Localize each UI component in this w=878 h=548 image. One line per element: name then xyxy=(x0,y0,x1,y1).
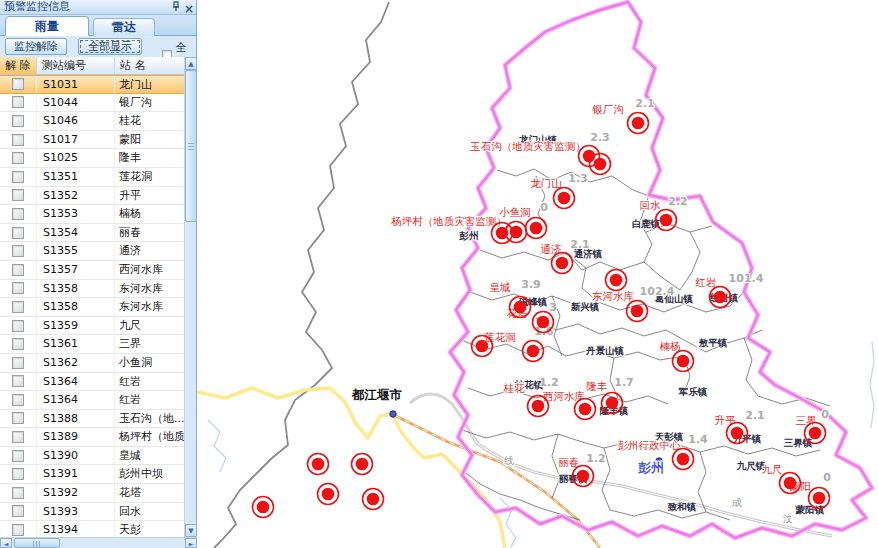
vertical-scrollbar-thumb[interactable] xyxy=(185,70,197,222)
table-row[interactable]: S1390皇城 xyxy=(0,447,185,466)
header-release[interactable]: 解 除 xyxy=(0,57,37,74)
release-checkbox[interactable] xyxy=(12,152,24,164)
close-icon[interactable]: × xyxy=(184,3,194,15)
release-checkbox[interactable] xyxy=(12,96,24,108)
release-checkbox[interactable] xyxy=(12,394,24,406)
table-row[interactable]: S1044银厂沟 xyxy=(0,94,185,113)
header-station-id[interactable]: 测站编号 xyxy=(37,57,115,74)
station-marker[interactable] xyxy=(606,270,627,291)
release-checkbox[interactable] xyxy=(12,115,24,127)
scroll-left-icon[interactable]: ◄ xyxy=(0,538,12,548)
table-row[interactable]: S1359九尺 xyxy=(0,317,185,336)
release-checkbox[interactable] xyxy=(12,264,24,276)
release-checkbox[interactable] xyxy=(12,301,24,313)
release-checkbox[interactable] xyxy=(12,171,24,183)
station-name-cell: 银厂沟 xyxy=(115,94,185,112)
release-checkbox[interactable] xyxy=(12,245,24,257)
station-id-cell: S1044 xyxy=(37,94,115,112)
station-name-cell: 九尺 xyxy=(115,317,185,335)
station-marker[interactable] xyxy=(363,489,384,510)
station-label: 隆丰 xyxy=(587,380,608,392)
station-marker[interactable] xyxy=(526,218,547,239)
release-checkbox[interactable] xyxy=(12,468,24,480)
station-marker[interactable] xyxy=(673,351,694,372)
station-name-cell: 丽春 xyxy=(115,224,185,242)
table-row[interactable]: S1364红岩 xyxy=(0,373,185,392)
station-marker[interactable] xyxy=(523,341,544,362)
station-marker[interactable] xyxy=(308,454,329,475)
table-row[interactable]: S1364红岩 xyxy=(0,391,185,410)
station-marker[interactable] xyxy=(352,454,373,475)
release-checkbox[interactable] xyxy=(12,375,24,387)
release-checkbox[interactable] xyxy=(12,282,24,294)
vertical-scrollbar[interactable]: ▲ ▼ xyxy=(184,57,196,537)
release-checkbox[interactable] xyxy=(12,505,24,517)
table-row[interactable]: S1353楠杨 xyxy=(0,205,185,224)
release-checkbox[interactable] xyxy=(12,524,24,536)
table-row[interactable]: S1393回水 xyxy=(0,503,185,522)
station-id-cell: S1362 xyxy=(37,354,115,372)
table-row[interactable]: S1025隆丰 xyxy=(0,149,185,168)
station-id-cell: S1390 xyxy=(37,447,115,465)
station-id-cell: S1025 xyxy=(37,149,115,167)
station-name-cell: 东河水库 xyxy=(115,298,185,316)
station-marker[interactable] xyxy=(506,222,527,243)
table-row[interactable]: S1357西河水库 xyxy=(0,261,185,280)
table-row[interactable]: S1355通济 xyxy=(0,242,185,261)
station-value: 2.2 xyxy=(668,195,688,208)
tab-rainfall[interactable]: 雨量 xyxy=(5,16,89,36)
release-checkbox[interactable] xyxy=(12,431,24,443)
table-row[interactable]: S1017蒙阳 xyxy=(0,131,185,150)
station-marker[interactable] xyxy=(554,188,575,209)
release-checkbox[interactable] xyxy=(12,227,24,239)
release-checkbox[interactable] xyxy=(12,320,24,332)
tab-strip: 雨量 雷达 xyxy=(0,15,196,36)
release-checkbox[interactable] xyxy=(12,412,24,424)
header-station-name[interactable]: 站 名 xyxy=(115,57,185,74)
station-marker[interactable] xyxy=(627,301,648,322)
table-row[interactable]: S1389杨坪村（地质... xyxy=(0,428,185,447)
station-marker[interactable] xyxy=(575,399,596,420)
station-marker[interactable] xyxy=(253,497,274,518)
table-row[interactable]: S1358东河水库 xyxy=(0,280,185,299)
station-marker[interactable] xyxy=(318,484,339,505)
monitor-release-button[interactable]: 监控解除 xyxy=(5,38,67,55)
table-row[interactable]: S1352升平 xyxy=(0,187,185,206)
release-checkbox[interactable] xyxy=(12,487,24,499)
release-checkbox[interactable] xyxy=(12,338,24,350)
horizontal-scrollbar-thumb[interactable] xyxy=(14,538,60,548)
horizontal-scrollbar[interactable]: ◄ ► xyxy=(0,537,197,548)
table-row[interactable]: S1351莲花洞 xyxy=(0,168,185,187)
station-name-cell: 彭州中坝 xyxy=(115,465,185,483)
station-marker[interactable] xyxy=(552,253,573,274)
table-row[interactable]: S1354丽春 xyxy=(0,224,185,243)
scroll-right-icon[interactable]: ► xyxy=(185,538,197,548)
table-row[interactable]: S1046桂花 xyxy=(0,112,185,131)
table-row[interactable]: S1391彭州中坝 xyxy=(0,465,185,484)
release-checkbox[interactable] xyxy=(12,450,24,462)
station-marker[interactable] xyxy=(673,449,694,470)
scroll-down-icon[interactable]: ▼ xyxy=(185,524,197,537)
table-row[interactable]: S1361三界 xyxy=(0,335,185,354)
station-name-cell: 通济 xyxy=(115,242,185,260)
table-row[interactable]: S1031龙门山 xyxy=(0,75,185,94)
show-all-button[interactable]: 全部显示 xyxy=(78,38,142,55)
station-id-cell: S1364 xyxy=(37,373,115,391)
pin-icon[interactable] xyxy=(171,1,181,16)
table-row[interactable]: S1394天彭 xyxy=(0,521,185,537)
station-name-cell: 小鱼洞 xyxy=(115,354,185,372)
table-row[interactable]: S1358东河水库 xyxy=(0,298,185,317)
table-row[interactable]: S1362小鱼洞 xyxy=(0,354,185,373)
table-row[interactable]: S1392花塔 xyxy=(0,484,185,503)
table-row[interactable]: S1388玉石沟（地... xyxy=(0,410,185,429)
release-checkbox[interactable] xyxy=(12,134,24,146)
release-checkbox[interactable] xyxy=(12,357,24,369)
scroll-up-icon[interactable]: ▲ xyxy=(185,57,197,70)
tab-radar[interactable]: 雷达 xyxy=(93,18,155,36)
release-checkbox[interactable] xyxy=(12,78,24,90)
station-marker[interactable] xyxy=(628,113,649,134)
release-checkbox[interactable] xyxy=(12,189,24,201)
station-marker[interactable] xyxy=(528,396,549,417)
release-checkbox[interactable] xyxy=(12,208,24,220)
map-canvas[interactable]: 线成汶 龙门山镇白鹿镇彭州通济镇磁峰镇新兴镇葛仙山镇红岩镇丹景山镇敖平镇军乐镇桂… xyxy=(197,0,878,548)
